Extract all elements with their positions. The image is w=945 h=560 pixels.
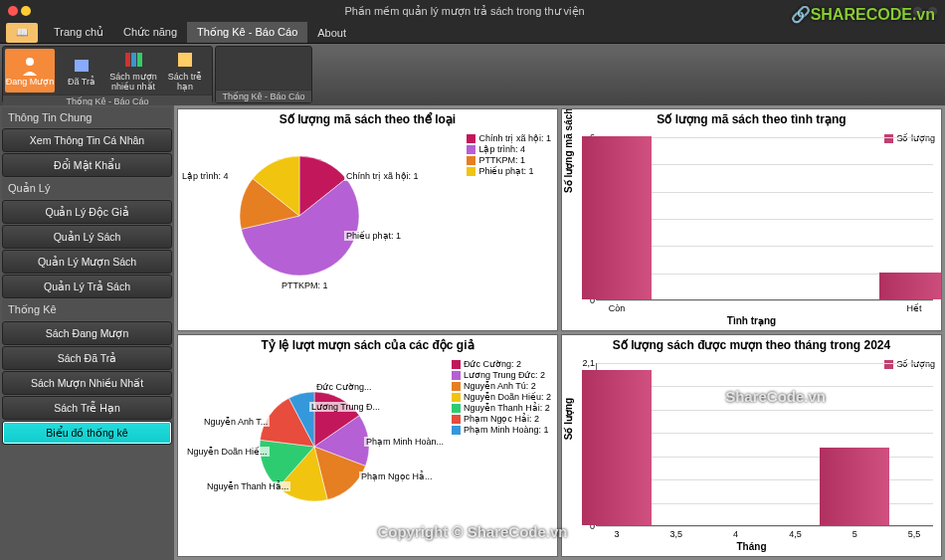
sidebar-item-ql-docgia[interactable]: Quản Lý Độc Giả bbox=[2, 200, 172, 224]
legend-item: Phạm Ngọc Hải: 2 bbox=[452, 414, 551, 424]
chart-title: Số lượng mã sách theo tình trạng bbox=[562, 109, 941, 128]
overdue-icon bbox=[174, 49, 196, 71]
tab-trang-chu[interactable]: Trang chủ bbox=[44, 22, 113, 43]
sidebar-item-xem-thongtin[interactable]: Xem Thông Tin Cá Nhân bbox=[2, 128, 172, 152]
chart-grid: Số lượng mã sách theo thể loại Chính trị… bbox=[174, 105, 945, 560]
ribbon-toolbar: Đang Mượn Đã Trả Sách mượn nhiều nhất Sá… bbox=[0, 44, 945, 105]
user-icon bbox=[19, 54, 41, 76]
toolbar-group-2: Thống Kê - Báo Cáo bbox=[215, 46, 312, 103]
pie-callout: Nguyễn Anh T... bbox=[202, 417, 270, 427]
x-tick: 3 bbox=[614, 529, 619, 539]
legend-item: Lập trình: 4 bbox=[467, 144, 551, 154]
legend-item: Phiếu phạt: 1 bbox=[467, 166, 551, 176]
x-tick: 5,5 bbox=[908, 529, 921, 539]
sidebar-item-ql-sach[interactable]: Quản Lý Sách bbox=[2, 225, 172, 249]
bar bbox=[582, 136, 652, 299]
x-axis-label: Tình trạng bbox=[564, 315, 939, 326]
sidebar-item-bieudo[interactable]: Biểu đồ thống kê bbox=[2, 421, 172, 445]
x-tick: 4 bbox=[733, 529, 738, 539]
chart-bar-tinhtrang: Số lượng mã sách theo tình trạng Số lượn… bbox=[561, 108, 942, 331]
sidebar-item-ql-tra[interactable]: Quản Lý Trả Sách bbox=[2, 275, 172, 298]
sidebar-item-sach-datra[interactable]: Sách Đã Trả bbox=[2, 346, 172, 370]
x-tick: 5 bbox=[852, 529, 857, 539]
app-icon[interactable]: 📖 bbox=[6, 23, 38, 43]
sidebar: Thông Tin Chung Xem Thông Tin Cá Nhân Đổ… bbox=[0, 105, 174, 560]
svg-point-0 bbox=[26, 58, 34, 66]
toolbar-group-label-2: Thống Kê - Báo Cáo bbox=[216, 90, 311, 102]
legend-item: Nguyễn Anh Tú: 2 bbox=[452, 381, 551, 391]
pie-callout: Phạm Minh Hoàn... bbox=[364, 437, 446, 447]
chart-bar-thang: Số lượng sách được mượn theo tháng trong… bbox=[561, 334, 942, 557]
pie-callout: Phiếu phạt: 1 bbox=[344, 231, 403, 241]
sidebar-header-quanly: Quản Lý bbox=[2, 178, 172, 199]
svg-rect-1 bbox=[75, 60, 89, 72]
tool-dang-muon[interactable]: Đang Mượn bbox=[5, 49, 55, 93]
sidebar-header-thongke: Thống Kê bbox=[2, 299, 172, 320]
tool-sach-muon-nhieu[interactable]: Sách mượn nhiều nhất bbox=[108, 49, 158, 93]
sidebar-header-thongtin: Thông Tin Chung bbox=[2, 107, 172, 127]
pie-legend: Đức Cường: 2Lương Trung Đức: 2Nguyễn Anh… bbox=[452, 359, 551, 436]
legend-item: Phạm Minh Hoàng: 1 bbox=[452, 425, 551, 435]
tab-chuc-nang[interactable]: Chức năng bbox=[113, 22, 187, 43]
pie-callout: Phạm Ngọc Hả... bbox=[359, 471, 435, 481]
sidebar-item-sach-muonnhieu[interactable]: Sách Mượn Nhiều Nhất bbox=[2, 371, 172, 395]
pie-callout: Lập trình: 4 bbox=[180, 171, 231, 181]
y-axis-label: Số lượng bbox=[563, 398, 574, 440]
svg-rect-2 bbox=[125, 53, 130, 67]
legend-item: Nguyễn Doãn Hiếu: 2 bbox=[452, 392, 551, 402]
legend-item: Đức Cường: 2 bbox=[452, 359, 551, 369]
chart-title: Số lượng sách được mượn theo tháng trong… bbox=[562, 335, 941, 354]
x-axis-label: Tháng bbox=[564, 541, 939, 552]
svg-rect-5 bbox=[178, 53, 192, 67]
window-close-icon[interactable] bbox=[8, 6, 18, 16]
chart-title: Tỷ lệ lượt mượn sách của các độc giả bbox=[178, 335, 557, 354]
tab-about[interactable]: About bbox=[307, 22, 356, 43]
svg-rect-3 bbox=[131, 53, 136, 67]
bar bbox=[582, 370, 652, 525]
chart-title: Số lượng mã sách theo thể loại bbox=[178, 109, 557, 128]
window-title: Phần mềm quản lý mượn trả sách trong thư… bbox=[31, 5, 898, 18]
toolbar-group-1: Đang Mượn Đã Trả Sách mượn nhiều nhất Sá… bbox=[2, 46, 213, 103]
sidebar-item-doi-matkhau[interactable]: Đổi Mật Khẩu bbox=[2, 153, 172, 177]
window-min-icon[interactable] bbox=[21, 6, 31, 16]
svg-rect-4 bbox=[137, 53, 142, 67]
tool-da-tra[interactable]: Đã Trả bbox=[57, 49, 106, 93]
pie-callout: PTTKPM: 1 bbox=[280, 280, 330, 290]
y-axis-label: Số lượng mã sách bbox=[563, 108, 574, 193]
pie-callout: Nguyễn Doãn Hiế... bbox=[185, 447, 270, 457]
legend-item: Lương Trung Đức: 2 bbox=[452, 370, 551, 380]
sidebar-item-sach-trehan[interactable]: Sách Trễ Hạn bbox=[2, 396, 172, 420]
sidebar-item-sach-dangmuon[interactable]: Sách Đang Mượn bbox=[2, 321, 172, 345]
pie-callout: Nguyễn Thanh Hả... bbox=[205, 481, 290, 491]
return-icon bbox=[71, 54, 93, 76]
pie-callout: Lương Trung Đ... bbox=[309, 402, 382, 412]
x-tick: Còn bbox=[609, 303, 626, 313]
legend-item: PTTKPM: 1 bbox=[467, 155, 551, 165]
books-icon bbox=[122, 49, 144, 71]
chart-pie-docgia: Tỷ lệ lượt mượn sách của các độc giả Đức… bbox=[177, 334, 558, 557]
pie-legend: Chính trị xã hội: 1Lập trình: 4PTTKPM: 1… bbox=[467, 133, 551, 177]
pie-callout: Chính trị xã hội: 1 bbox=[344, 171, 421, 181]
y-tick: 2,1 bbox=[579, 358, 595, 368]
bar bbox=[820, 448, 889, 525]
ribbon-tabs: 📖 Trang chủ Chức năng Thống Kê - Báo Cáo… bbox=[0, 22, 945, 44]
sidebar-item-ql-muon[interactable]: Quản Lý Mượn Sách bbox=[2, 250, 172, 274]
titlebar: Phần mềm quản lý mượn trả sách trong thư… bbox=[0, 0, 945, 22]
tab-thong-ke[interactable]: Thống Kê - Báo Cáo bbox=[187, 22, 307, 43]
legend-item: Chính trị xã hội: 1 bbox=[467, 133, 551, 143]
chart-pie-theloai: Số lượng mã sách theo thể loại Chính trị… bbox=[177, 108, 558, 331]
x-tick: 4,5 bbox=[789, 529, 802, 539]
x-tick: Hết bbox=[907, 303, 922, 313]
legend-item: Nguyễn Thanh Hải: 2 bbox=[452, 403, 551, 413]
tool-sach-tre-han[interactable]: Sách trễ hạn bbox=[160, 49, 210, 93]
pie-callout: Đức Cường... bbox=[314, 382, 374, 392]
x-tick: 3,5 bbox=[670, 529, 683, 539]
bar bbox=[879, 273, 942, 299]
